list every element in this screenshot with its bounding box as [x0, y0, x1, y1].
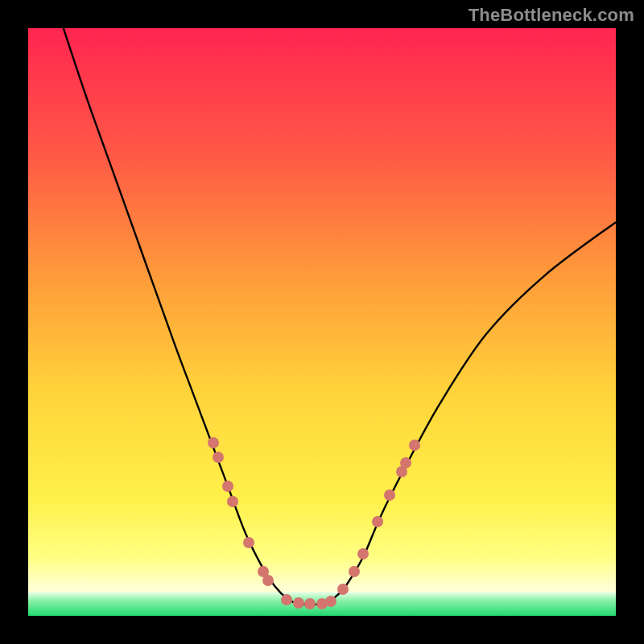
- marker-layer: [28, 28, 616, 616]
- data-marker: [281, 594, 292, 605]
- data-marker: [304, 598, 316, 609]
- data-marker: [349, 566, 360, 577]
- data-marker: [409, 440, 420, 451]
- data-marker: [337, 584, 349, 595]
- data-marker: [372, 516, 383, 527]
- data-marker: [262, 575, 274, 586]
- plot-area: [28, 28, 616, 616]
- data-marker: [384, 489, 395, 501]
- data-marker: [222, 481, 233, 492]
- data-marker: [325, 596, 336, 607]
- data-marker: [400, 457, 411, 469]
- data-marker: [208, 437, 219, 448]
- chart-stage: TheBottleneck.com: [0, 0, 644, 644]
- data-marker: [227, 496, 238, 507]
- data-marker: [357, 548, 369, 559]
- watermark-text: TheBottleneck.com: [469, 5, 634, 26]
- data-marker: [243, 537, 254, 548]
- data-marker: [293, 597, 304, 609]
- data-marker: [213, 452, 224, 463]
